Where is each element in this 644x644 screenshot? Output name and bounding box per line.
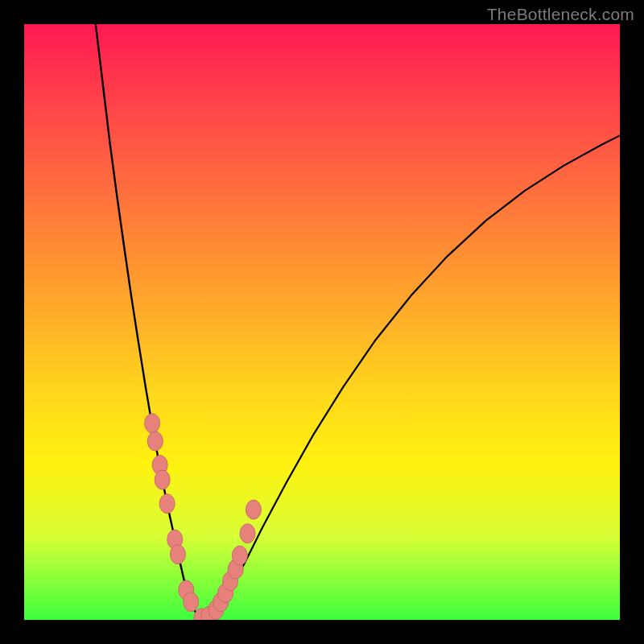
marker-point [240,524,255,543]
marker-point [246,500,261,519]
watermark-text: TheBottleneck.com [487,5,634,24]
curve-left [96,24,203,619]
marker-point [147,431,163,451]
marker-point [184,592,199,612]
chart-frame: TheBottleneck.com [0,0,644,644]
chart-svg [24,24,620,620]
marker-group [145,414,262,620]
curve-right [203,135,620,618]
marker-point [145,414,160,433]
marker-point [170,545,185,564]
marker-point [232,546,247,565]
marker-point [155,470,170,489]
marker-point [159,494,175,514]
plot-area [24,24,620,620]
